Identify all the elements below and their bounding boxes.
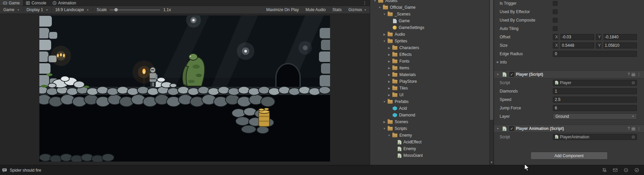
tree-item[interactable]: Prefabs: [370, 98, 489, 105]
presets-icon[interactable]: [632, 127, 635, 130]
tree-item[interactable]: MossGiant: [370, 152, 489, 159]
kebab-menu-icon[interactable]: ⋮: [637, 72, 641, 77]
tree-item[interactable]: Assets: [370, 0, 489, 4]
display-dropdown[interactable]: Display 1 ▼: [23, 6, 52, 13]
tree-item[interactable]: Fonts: [370, 58, 489, 65]
scale-slider-handle[interactable]: [114, 8, 118, 11]
foldout-arrow[interactable]: [387, 46, 391, 49]
layer-dropdown[interactable]: Ground▼: [553, 113, 637, 119]
cache-server-icon[interactable]: [613, 168, 618, 173]
foldout-arrow[interactable]: [373, 0, 377, 2]
status-bar[interactable]: Spider should fire: [0, 165, 644, 175]
project-scrollbar[interactable]: [489, 0, 494, 165]
used-by-composite-checkbox[interactable]: [553, 18, 558, 23]
foldout-arrow[interactable]: [496, 61, 500, 64]
foldout-arrow[interactable]: [387, 94, 391, 97]
edge-radius-field[interactable]: [553, 51, 637, 57]
presets-icon[interactable]: [632, 73, 635, 76]
tree-item[interactable]: GameSettings: [370, 24, 489, 31]
tree-item[interactable]: Scripts: [370, 125, 489, 132]
foldout-arrow[interactable]: [387, 134, 391, 137]
auto-tiling-checkbox[interactable]: [553, 26, 558, 31]
aspect-ratio-dropdown[interactable]: 16:9 Landscape ▼: [52, 6, 93, 13]
tree-item[interactable]: Effects: [370, 51, 489, 58]
size-x-field[interactable]: [560, 42, 594, 48]
property-label: Is Trigger: [500, 1, 553, 6]
script-object-field[interactable]: PlayerAnimation: [553, 134, 637, 140]
foldout-arrow[interactable]: [382, 33, 387, 36]
scrollbar-down-arrow[interactable]: [490, 161, 494, 164]
tree-item[interactable]: Enemy: [370, 145, 489, 152]
foldout-arrow[interactable]: [387, 53, 391, 56]
foldout-arrow[interactable]: [382, 13, 387, 16]
kebab-menu-icon[interactable]: ⋮: [637, 126, 641, 131]
tree-item[interactable]: Acid: [370, 105, 489, 112]
add-component-button[interactable]: Add Component: [531, 152, 608, 160]
used-by-effector-checkbox[interactable]: [553, 9, 558, 14]
foldout-arrow[interactable]: [387, 67, 391, 70]
status-message[interactable]: Spider should fire: [10, 168, 41, 173]
tree-item-label: Fonts: [399, 59, 409, 64]
foldout-arrow[interactable]: [378, 6, 382, 9]
player-animation-header[interactable]: Player Animation (Script) ? ⋮: [494, 125, 644, 133]
script-object-field[interactable]: Player: [553, 80, 637, 86]
is-trigger-checkbox[interactable]: [553, 1, 558, 6]
tab-game[interactable]: Game: [0, 0, 23, 6]
offset-y-field[interactable]: [603, 34, 637, 40]
foldout-arrow[interactable]: [382, 127, 387, 130]
component-enabled-checkbox[interactable]: [509, 72, 514, 77]
tree-item[interactable]: _Scenes: [370, 11, 489, 18]
size-y-field[interactable]: [603, 42, 637, 48]
tree-item[interactable]: UI: [370, 92, 489, 98]
maximize-on-play-button[interactable]: Maximize On Play: [263, 6, 302, 13]
jump-force-field[interactable]: [553, 105, 637, 111]
tree-item[interactable]: Official_Game: [370, 4, 489, 11]
scale-slider[interactable]: [110, 9, 160, 10]
panel-menu-icon[interactable]: ⋮: [360, 1, 370, 5]
player-script-header[interactable]: Player (Script) ? ⋮: [494, 70, 644, 78]
property-row: Script Player: [494, 78, 644, 87]
foldout-arrow[interactable]: [382, 100, 387, 103]
foldout-arrow[interactable]: [387, 73, 391, 76]
gizmos-dropdown[interactable]: Gizmos▼: [345, 6, 370, 13]
compile-status-icon[interactable]: [634, 168, 639, 173]
tree-item[interactable]: Materials: [370, 71, 489, 78]
tree-item[interactable]: Diamond: [370, 112, 489, 118]
tree-item[interactable]: Scenes: [370, 118, 489, 125]
tree-item[interactable]: Items: [370, 65, 489, 71]
tab-animation[interactable]: Animation: [49, 0, 79, 6]
diamonds-field[interactable]: [553, 88, 637, 94]
view-mode-dropdown[interactable]: Game ▼: [0, 6, 23, 13]
foldout-arrow[interactable]: [382, 120, 387, 124]
speed-field[interactable]: [553, 97, 637, 103]
mute-audio-button[interactable]: Mute Audio: [302, 6, 329, 13]
object-picker-icon[interactable]: [632, 135, 635, 139]
foldout-arrow[interactable]: [387, 80, 391, 83]
tree-item[interactable]: Sprites: [370, 38, 489, 44]
foldout-arrow[interactable]: [496, 73, 500, 76]
scrollbar-thumb[interactable]: [490, 0, 493, 120]
foldout-arrow[interactable]: [387, 60, 391, 63]
tree-item[interactable]: Enemy: [370, 132, 489, 139]
help-icon[interactable]: ?: [628, 126, 630, 131]
info-foldout-row[interactable]: Info: [494, 58, 644, 66]
tab-console[interactable]: Console: [23, 0, 49, 6]
tree-item[interactable]: PlayStore: [370, 78, 489, 85]
help-icon[interactable]: ?: [628, 72, 630, 77]
notifications-muted-icon[interactable]: [602, 168, 607, 173]
tree-item[interactable]: Characters: [370, 44, 489, 51]
component-enabled-checkbox[interactable]: [509, 126, 514, 131]
tree-item[interactable]: Tiles: [370, 85, 489, 92]
tree-item[interactable]: AcidEffect: [370, 139, 489, 145]
foldout-arrow[interactable]: [496, 127, 500, 130]
folder-icon: [388, 39, 393, 43]
progress-icon[interactable]: [623, 168, 629, 173]
stats-button[interactable]: Stats: [329, 6, 345, 13]
foldout-arrow[interactable]: [387, 87, 391, 90]
tree-item-label: Items: [399, 66, 409, 70]
offset-x-field[interactable]: [560, 34, 594, 40]
tree-item[interactable]: Game: [370, 18, 489, 24]
object-picker-icon[interactable]: [632, 80, 635, 85]
foldout-arrow[interactable]: [382, 40, 387, 43]
tree-item[interactable]: Audio: [370, 31, 489, 38]
